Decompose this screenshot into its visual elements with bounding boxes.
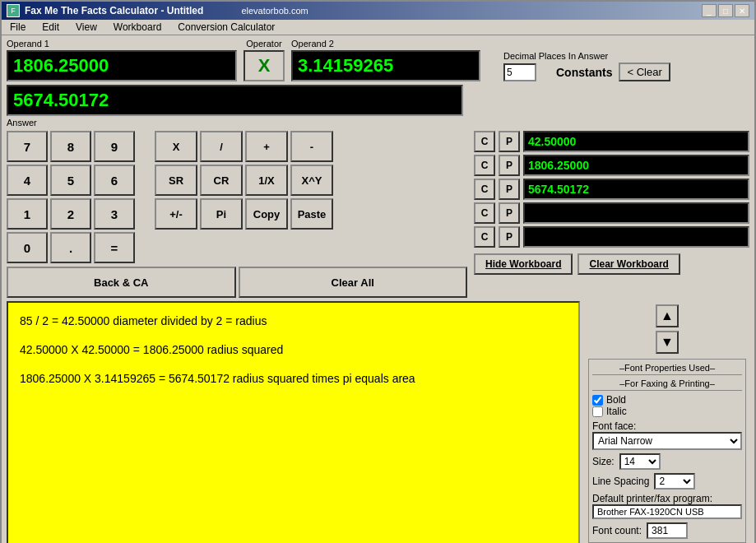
numpad: 7 8 9 4 5 6 1 2 3 0 . =: [7, 131, 135, 263]
btn-plusminus[interactable]: +/-: [155, 198, 197, 230]
const-p2[interactable]: P: [499, 155, 520, 176]
workboard-line-1: 85 / 2 = 42.50000 diameter divided by 2 …: [20, 311, 567, 332]
const-display-3: 5674.50172: [523, 179, 749, 200]
btn-5[interactable]: 5: [50, 165, 91, 196]
btn-7[interactable]: 7: [7, 131, 48, 162]
maximize-button[interactable]: □: [718, 4, 733, 17]
btn-1[interactable]: 1: [7, 198, 48, 230]
minimize-button[interactable]: _: [702, 4, 717, 17]
scroll-down-button[interactable]: ▼: [656, 331, 679, 354]
const-display-4: [523, 202, 749, 224]
btn-1x[interactable]: 1/X: [245, 165, 288, 196]
clear-workboard-button[interactable]: Clear Workboard: [577, 253, 679, 275]
btn-subtract[interactable]: -: [290, 131, 333, 162]
btn-3[interactable]: 3: [94, 198, 135, 230]
btn-6[interactable]: 6: [94, 165, 135, 196]
printer-label: Default printer/fax program:: [592, 493, 742, 504]
font-props-title2: –For Faxing & Printing–: [592, 378, 742, 391]
const-c3[interactable]: C: [474, 179, 495, 200]
back-ca-button[interactable]: Back & CA: [7, 267, 236, 298]
italic-checkbox[interactable]: [592, 406, 603, 417]
const-c5[interactable]: C: [474, 226, 495, 248]
clear-all-button[interactable]: Clear All: [239, 267, 468, 298]
menu-bar: File Edit View Workboard Conversion Calc…: [2, 20, 754, 35]
decimal-label: Decimal Places In Answer: [503, 51, 670, 61]
answer-display: 5674.50172: [7, 85, 463, 116]
operator-display: X: [243, 50, 285, 81]
operand1-display[interactable]: 1806.25000: [7, 50, 237, 81]
size-select[interactable]: 14: [619, 453, 661, 470]
btn-equals[interactable]: =: [94, 232, 135, 263]
const-c2[interactable]: C: [474, 155, 495, 176]
bold-checkbox[interactable]: [592, 395, 603, 406]
menu-conversion[interactable]: Conversion Calculator: [174, 21, 278, 33]
operand1-label: Operand 1: [7, 39, 237, 49]
btn-2[interactable]: 2: [50, 198, 91, 230]
line-spacing-select[interactable]: 2: [654, 473, 695, 490]
answer-label: Answer: [7, 118, 749, 128]
scroll-up-button[interactable]: ▲: [656, 304, 679, 327]
btn-divide[interactable]: /: [200, 131, 243, 162]
workboard-line-3: 1806.25000 X 3.14159265 = 5674.50172 rad…: [20, 369, 567, 389]
font-props-title1: –Font Properties Used–: [592, 363, 742, 375]
btn-multiply[interactable]: X: [155, 131, 197, 162]
constants-label: Constants: [556, 66, 612, 79]
italic-label: Italic: [606, 406, 627, 417]
btn-4[interactable]: 4: [7, 165, 48, 196]
operand2-label: Operand 2: [291, 39, 480, 49]
btn-9[interactable]: 9: [94, 131, 135, 162]
btn-cr[interactable]: CR: [200, 165, 243, 196]
btn-copy[interactable]: Copy: [245, 198, 288, 230]
btn-paste[interactable]: Paste: [290, 198, 333, 230]
const-display-5: [523, 226, 749, 248]
btn-pi[interactable]: Pi: [200, 198, 243, 230]
font-face-select[interactable]: Arial Narrow: [592, 432, 742, 450]
btn-0[interactable]: 0: [7, 232, 48, 263]
btn-add[interactable]: +: [245, 131, 288, 162]
close-button[interactable]: ✕: [735, 4, 749, 17]
font-properties-box: –Font Properties Used– –For Faxing & Pri…: [588, 359, 746, 543]
const-p5[interactable]: P: [499, 226, 520, 248]
ops-grid: X / + - SR CR 1/X X^Y +/- Pi Copy Paste: [155, 131, 333, 263]
btn-decimal[interactable]: .: [50, 232, 91, 263]
window-url: elevatorbob.com: [241, 6, 308, 16]
window-title: Fax Me The Facts Calculator - Untitled: [25, 5, 203, 16]
workboard-line-2: 42.50000 X 42.50000 = 1806.25000 radius …: [20, 340, 567, 360]
font-face-label: Font face:: [592, 420, 742, 432]
line-spacing-label: Line Spacing: [592, 476, 649, 487]
btn-xy[interactable]: X^Y: [290, 165, 333, 196]
printer-value: Brother FAX-1920CN USB: [592, 504, 742, 519]
font-count-value: 381: [647, 522, 688, 539]
decimal-input[interactable]: [503, 63, 536, 81]
const-p4[interactable]: P: [499, 202, 520, 224]
hide-workboard-button[interactable]: Hide Workboard: [474, 253, 573, 275]
const-display-2: 1806.25000: [523, 155, 749, 176]
operator-label: Operator: [246, 39, 281, 49]
btn-sr[interactable]: SR: [155, 165, 197, 196]
const-p3[interactable]: P: [499, 179, 520, 200]
font-count-label: Font count:: [592, 525, 642, 536]
const-c4[interactable]: C: [474, 202, 495, 224]
app-icon: F: [7, 4, 20, 17]
btn-8[interactable]: 8: [50, 131, 91, 162]
menu-workboard[interactable]: Workboard: [110, 21, 165, 33]
operand2-display[interactable]: 3.14159265: [291, 50, 480, 81]
workboard-area: 85 / 2 = 42.50000 diameter divided by 2 …: [7, 301, 580, 543]
const-p1[interactable]: P: [499, 131, 520, 152]
menu-file[interactable]: File: [7, 21, 29, 33]
size-label: Size:: [592, 456, 615, 467]
properties-panel: ▲ ▼ –Font Properties Used– –For Faxing &…: [585, 301, 749, 543]
constants-panel: C P 42.50000 C P 1806.25000 C P 5674.501…: [474, 131, 749, 298]
const-display-1: 42.50000: [523, 131, 749, 152]
menu-edit[interactable]: Edit: [39, 21, 63, 33]
clear-constants-button[interactable]: < Clear: [619, 63, 670, 81]
const-c1[interactable]: C: [474, 131, 495, 152]
menu-view[interactable]: View: [72, 21, 100, 33]
bold-label: Bold: [606, 394, 626, 406]
